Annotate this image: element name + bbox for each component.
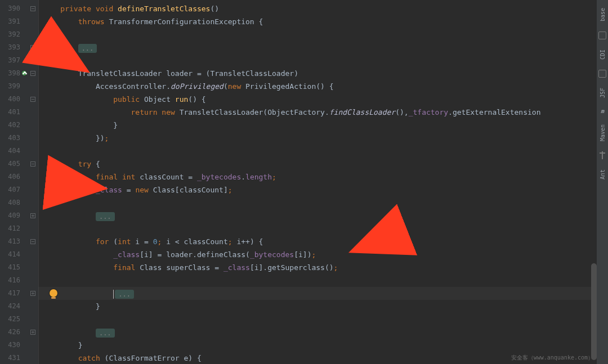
right-tool-strip: base CDI JSF m Maven Ant bbox=[597, 0, 608, 364]
line-number[interactable]: 408 bbox=[0, 196, 27, 209]
code-line[interactable]: throws TransformerConfigurationException… bbox=[38, 15, 597, 28]
folded-region-chip[interactable]: ... bbox=[115, 290, 134, 299]
line-number[interactable]: 393 bbox=[0, 41, 27, 54]
fold-toggle-icon[interactable] bbox=[30, 71, 35, 76]
folded-region-chip[interactable]: ... bbox=[96, 212, 115, 221]
line-number[interactable]: 401 bbox=[0, 106, 27, 119]
code-line[interactable]: ... bbox=[38, 326, 597, 339]
code-line[interactable]: public Object run() { bbox=[38, 93, 597, 106]
code-line[interactable] bbox=[38, 54, 597, 67]
ant-icon[interactable] bbox=[598, 151, 606, 159]
code-line[interactable]: ... bbox=[38, 41, 597, 54]
code-line[interactable]: ... bbox=[38, 209, 597, 222]
code-line[interactable] bbox=[38, 145, 597, 158]
line-number[interactable]: 412 bbox=[0, 222, 27, 235]
code-line[interactable]: } bbox=[38, 300, 597, 313]
line-number[interactable]: 426 bbox=[0, 326, 27, 339]
line-number[interactable]: 430 bbox=[0, 339, 27, 352]
code-line[interactable] bbox=[38, 196, 597, 209]
code-line[interactable]: _class = new Class[classCount]; bbox=[38, 183, 597, 196]
line-number[interactable]: 400 bbox=[0, 93, 27, 106]
code-line[interactable] bbox=[38, 313, 597, 326]
code-line[interactable]: try { bbox=[38, 158, 597, 170]
fold-column[interactable] bbox=[27, 0, 38, 364]
code-line[interactable]: TransletClassLoader loader = (TransletCl… bbox=[38, 67, 597, 80]
code-editor[interactable]: 3903913923933973983994004014024034044054… bbox=[0, 0, 597, 364]
line-number[interactable]: 417 bbox=[0, 287, 27, 300]
line-number[interactable]: 392 bbox=[0, 28, 27, 41]
scroll-thumb[interactable] bbox=[591, 263, 597, 360]
toolwindow-ant[interactable]: Ant bbox=[600, 167, 606, 182]
indent-guide bbox=[38, 0, 39, 364]
toolwindow-database[interactable]: base bbox=[600, 6, 606, 24]
toolwindow-cdi[interactable]: CDI bbox=[600, 47, 606, 62]
vertical-scrollbar[interactable] bbox=[591, 0, 597, 364]
line-number[interactable]: 413 bbox=[0, 235, 27, 248]
line-number[interactable]: 405 bbox=[0, 158, 27, 170]
code-line[interactable]: }); bbox=[38, 132, 597, 145]
folded-region-chip[interactable]: ... bbox=[78, 44, 97, 53]
fold-toggle-icon[interactable] bbox=[30, 45, 35, 50]
intention-bulb-icon[interactable] bbox=[50, 289, 57, 297]
toolwindow-maven[interactable]: Maven bbox=[600, 122, 606, 143]
line-number[interactable]: 390 bbox=[0, 2, 27, 15]
text-caret bbox=[113, 290, 114, 299]
maven-icon[interactable]: m bbox=[601, 108, 604, 114]
line-number[interactable]: 402 bbox=[0, 119, 27, 132]
line-number[interactable]: 399 bbox=[0, 80, 27, 93]
cdi-icon[interactable] bbox=[598, 32, 606, 39]
line-number[interactable]: 431 bbox=[0, 352, 27, 364]
folded-region-chip[interactable]: ... bbox=[96, 329, 115, 338]
override-gutter-icon[interactable] bbox=[21, 70, 27, 76]
code-line[interactable] bbox=[38, 28, 597, 41]
code-line[interactable] bbox=[38, 274, 597, 287]
code-line[interactable]: final int classCount = _bytecodes.length… bbox=[38, 170, 597, 183]
code-line[interactable]: for (int i = 0; i < classCount; i++) { bbox=[38, 235, 597, 248]
code-line[interactable]: private void defineTransletClasses() bbox=[38, 2, 597, 15]
line-number[interactable]: 425 bbox=[0, 313, 27, 326]
line-number[interactable]: 409 bbox=[0, 209, 27, 222]
line-number[interactable]: 414 bbox=[0, 248, 27, 261]
line-number[interactable]: 424 bbox=[0, 300, 27, 313]
line-number[interactable]: 404 bbox=[0, 145, 27, 158]
line-number[interactable]: 416 bbox=[0, 274, 27, 287]
code-line[interactable]: final Class superClass = _class[i].getSu… bbox=[38, 261, 597, 274]
code-area[interactable]: private void defineTransletClasses() thr… bbox=[38, 0, 597, 364]
line-number[interactable]: 406 bbox=[0, 170, 27, 183]
toolwindow-jsf[interactable]: JSF bbox=[600, 86, 606, 100]
fold-toggle-icon[interactable] bbox=[30, 161, 35, 167]
line-number-gutter[interactable]: 3903913923933973983994004014024034044054… bbox=[0, 0, 27, 364]
code-line[interactable]: ... bbox=[38, 287, 597, 300]
fold-toggle-icon[interactable] bbox=[30, 6, 35, 11]
fold-toggle-icon[interactable] bbox=[30, 330, 35, 335]
line-number[interactable]: 415 bbox=[0, 261, 27, 274]
line-number[interactable]: 397 bbox=[0, 54, 27, 67]
line-number[interactable]: 407 bbox=[0, 183, 27, 196]
code-line[interactable]: } bbox=[38, 119, 597, 132]
fold-toggle-icon[interactable] bbox=[30, 213, 35, 218]
code-line[interactable]: AccessController.doPrivileged(new Privil… bbox=[38, 80, 597, 93]
code-line[interactable]: _class[i] = loader.defineClass(_bytecode… bbox=[38, 248, 597, 261]
line-number[interactable]: 391 bbox=[0, 15, 27, 28]
watermark-text: 安全客（www.anquanke.com） bbox=[511, 354, 593, 362]
fold-toggle-icon[interactable] bbox=[30, 239, 35, 244]
code-line[interactable]: } bbox=[38, 339, 597, 352]
fold-toggle-icon[interactable] bbox=[30, 97, 35, 102]
fold-toggle-icon[interactable] bbox=[30, 291, 35, 296]
jsf-icon[interactable] bbox=[598, 70, 606, 78]
code-line[interactable] bbox=[38, 222, 597, 235]
code-line[interactable]: return new TransletClassLoader(ObjectFac… bbox=[38, 106, 597, 119]
line-number[interactable]: 403 bbox=[0, 132, 27, 145]
